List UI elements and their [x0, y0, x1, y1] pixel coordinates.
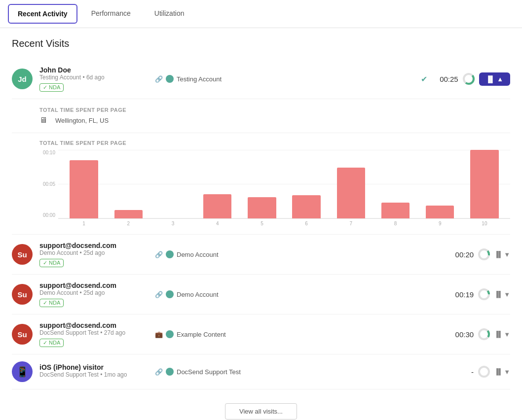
bar-icon-4: ▐▌	[494, 331, 503, 338]
doc-info-2: 🔗 Demo Account	[155, 250, 440, 258]
nda-badge-2: ✓ NDA	[39, 259, 64, 267]
expand-btn-5[interactable]: ▐▌ ▼	[494, 368, 510, 376]
x-label-1: 1	[62, 221, 106, 226]
docsend-circle-5	[166, 368, 174, 376]
time-spent-2: 00:20	[447, 250, 474, 259]
tab-utilization[interactable]: Utilization	[143, 0, 196, 27]
bar-col-9	[418, 150, 462, 218]
bar-chart-icon: ▐▌	[486, 75, 495, 83]
bar-col-3	[151, 150, 194, 218]
avatar-1: Jd	[12, 69, 33, 89]
location-text-1: Wellington, FL, US	[55, 117, 109, 124]
chevron-down-icon-2: ▼	[504, 251, 510, 258]
docsend-circle-1	[166, 75, 174, 83]
bar-7	[337, 168, 365, 218]
doc-name-5: DocSend Support Test	[177, 368, 241, 376]
svg-point-2	[479, 249, 489, 259]
expand-btn-3[interactable]: ▐▌ ▼	[494, 291, 510, 298]
visit-row-2: Su support@docsend.com Demo Account • 25…	[12, 235, 510, 275]
y-axis-1: 00:10 00:05 00:00	[39, 150, 58, 219]
bars-group-1	[58, 150, 510, 218]
bar-col-1	[62, 150, 106, 218]
avatar-5: 📱	[12, 361, 33, 382]
avatar-3: Su	[12, 284, 33, 305]
bar-icon-2: ▐▌	[494, 251, 503, 258]
visitor-name-3: support@docsend.com	[39, 281, 148, 289]
visitor-info-4: support@docsend.com DocSend Support Test…	[39, 321, 148, 347]
bar-col-10	[463, 150, 506, 218]
visitor-info-3: support@docsend.com Demo Account • 25d a…	[39, 281, 148, 307]
bar-5	[248, 197, 276, 218]
y-label-top: 00:10	[43, 150, 55, 155]
link-icon-1: 🔗	[155, 75, 163, 83]
visitor-name-4: support@docsend.com	[39, 321, 148, 329]
docsend-circle-2	[166, 250, 174, 258]
link-icon-5: 🔗	[155, 368, 163, 376]
visit-row: Jd John Doe Testing Account • 6d ago ✓ N…	[12, 59, 510, 235]
x-label-7: 7	[329, 221, 373, 226]
ring-chart-5	[478, 365, 490, 378]
tab-performance[interactable]: Performance	[79, 0, 143, 27]
svg-point-6	[479, 329, 489, 339]
visit-row-3: Su support@docsend.com Demo Account • 25…	[12, 275, 510, 315]
doc-name-3: Demo Account	[177, 291, 219, 298]
svg-point-4	[479, 289, 489, 299]
y-label-mid: 00:05	[43, 181, 55, 187]
nda-badge-3: ✓ NDA	[39, 299, 64, 307]
ring-chart-3	[478, 288, 490, 301]
expanded-section-1: TOTAL TIME SPENT PER PAGE 🖥 Wellington, …	[12, 99, 510, 235]
doc-info-3: 🔗 Demo Account	[155, 290, 440, 298]
view-all-row: View all visits...	[12, 403, 510, 420]
x-label-10: 10	[463, 221, 506, 226]
x-label-9: 9	[418, 221, 462, 226]
chevron-down-icon-4: ▼	[504, 331, 510, 338]
svg-point-8	[479, 367, 489, 377]
doc-info-4: 💼 Example Content	[155, 330, 440, 338]
visitor-info-5: iOS (iPhone) visitor DocSend Support Tes…	[39, 363, 148, 380]
visitor-meta-1: Testing Account • 6d ago	[39, 74, 148, 81]
x-label-6: 6	[285, 221, 328, 226]
visitor-info-1: John Doe Testing Account • 6d ago ✓ NDA	[39, 66, 148, 92]
link-icon-2: 🔗	[155, 251, 163, 258]
time-spent-3: 00:19	[447, 290, 474, 299]
briefcase-icon-4: 💼	[155, 331, 163, 338]
chevron-up-icon: ▲	[497, 75, 503, 83]
docsend-circle-4	[166, 330, 174, 338]
tabs-bar: Recent Activity Performance Utilization	[0, 0, 522, 28]
expand-btn-2[interactable]: ▐▌ ▼	[494, 251, 510, 258]
ring-chart-2	[478, 248, 490, 261]
bar-10	[470, 150, 498, 218]
visitor-meta-2: Demo Account • 25d ago	[39, 249, 148, 256]
time-spent-5: -	[447, 368, 474, 376]
bar-4	[203, 194, 231, 218]
y-label-bot: 00:00	[43, 212, 55, 218]
nda-badge-1: ✓ NDA	[39, 83, 64, 92]
bar-col-7	[329, 150, 373, 218]
visit-row-1: Jd John Doe Testing Account • 6d ago ✓ N…	[12, 59, 510, 99]
x-label-2: 2	[107, 221, 150, 226]
visitor-name-2: support@docsend.com	[39, 242, 148, 249]
doc-name-2: Demo Account	[177, 251, 219, 258]
nda-badge-4: ✓ NDA	[39, 339, 64, 347]
chart-toggle-btn-1[interactable]: ▐▌ ▲	[479, 72, 510, 86]
view-all-button[interactable]: View all visits...	[225, 403, 297, 420]
bar-1	[70, 160, 98, 218]
bar-8	[381, 203, 410, 218]
avatar-2: Su	[12, 244, 33, 265]
bar-icon-3: ▐▌	[494, 291, 503, 298]
tab-recent-activity[interactable]: Recent Activity	[8, 4, 77, 24]
main-content: Recent Visits Jd John Doe Testing Accoun…	[0, 28, 522, 420]
bar-col-5	[240, 150, 284, 218]
visitor-meta-4: DocSend Support Test • 27d ago	[39, 329, 148, 336]
visitor-name-5: iOS (iPhone) visitor	[39, 363, 148, 371]
x-label-5: 5	[240, 221, 284, 226]
doc-name-1: Testing Account	[177, 75, 222, 83]
visitor-meta-5: DocSend Support Test • 1mo ago	[39, 371, 148, 378]
expand-btn-4[interactable]: ▐▌ ▼	[494, 331, 510, 338]
x-label-3: 3	[151, 221, 194, 226]
doc-info-5: 🔗 DocSend Support Test	[155, 368, 440, 376]
visit-row-4: Su support@docsend.com DocSend Support T…	[12, 315, 510, 354]
docsend-circle-3	[166, 290, 174, 298]
device-row-1: 🖥 Wellington, FL, US	[39, 116, 510, 125]
bar-col-4	[196, 150, 239, 218]
